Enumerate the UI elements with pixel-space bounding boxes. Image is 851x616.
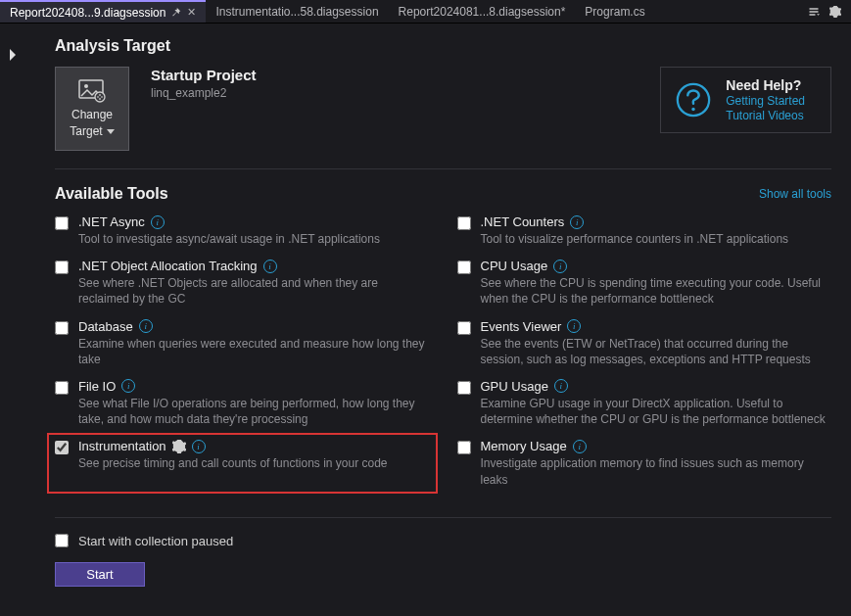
tool-title: GPU Usage (481, 379, 548, 394)
tab-instrumentation-58[interactable]: Instrumentatio...58.diagsession (206, 0, 388, 23)
tool-file-io: File IO i See what File I/O operations a… (55, 379, 430, 427)
info-icon[interactable]: i (139, 319, 153, 333)
tool-net-obj-alloc: .NET Object Allocation Tracking i See wh… (55, 259, 430, 307)
start-button[interactable]: Start (55, 562, 145, 587)
start-paused-label: Start with collection paused (78, 534, 233, 548)
separator (55, 517, 831, 518)
info-icon[interactable]: i (151, 215, 165, 229)
show-all-tools-link[interactable]: Show all tools (759, 187, 831, 201)
target-image-icon (78, 79, 106, 103)
info-icon[interactable]: i (570, 215, 584, 229)
tool-net-async-checkbox[interactable] (55, 216, 69, 230)
tool-database-checkbox[interactable] (55, 321, 69, 335)
available-tools-heading: Available Tools (55, 185, 168, 203)
tool-memory-usage: Memory Usage i Investigate application m… (457, 439, 832, 487)
info-icon[interactable]: i (573, 440, 587, 453)
info-icon[interactable]: i (121, 379, 135, 393)
chevron-down-icon (107, 129, 115, 134)
tab-program-cs[interactable]: Program.cs (575, 0, 654, 23)
tab-label: Report2024081...8.diagsession* (399, 5, 566, 19)
info-icon[interactable]: i (553, 260, 567, 273)
tool-memory-usage-checkbox[interactable] (457, 441, 471, 454)
analysis-target-heading: Analysis Target (55, 37, 831, 55)
tool-net-obj-alloc-checkbox[interactable] (55, 261, 69, 274)
svg-point-4 (692, 108, 695, 111)
tool-events-viewer-checkbox[interactable] (457, 321, 471, 335)
info-icon[interactable]: i (192, 440, 206, 453)
change-label: Change (71, 108, 113, 121)
project-name: linq_example2 (151, 86, 257, 100)
tools-grid: .NET Async i Tool to investigate async/a… (55, 214, 831, 488)
tab-label: Report202408...9.diagsession (10, 6, 165, 20)
tool-title: Memory Usage (481, 439, 567, 453)
close-icon[interactable]: ✕ (187, 6, 196, 19)
info-icon[interactable]: i (567, 319, 581, 333)
tool-cpu-usage-checkbox[interactable] (457, 261, 471, 274)
tab-overflow-controls (808, 6, 851, 18)
tool-instrumentation: Instrumentation i See precise timing and… (47, 433, 438, 493)
tool-desc: Examine when queries were executed and m… (78, 336, 430, 367)
help-title: Need Help? (726, 77, 805, 93)
analysis-target-row: Change Target Startup Project linq_examp… (55, 67, 831, 151)
tool-instrumentation-checkbox[interactable] (55, 441, 69, 454)
tool-title: .NET Async (78, 214, 145, 229)
help-icon (675, 81, 712, 118)
tool-title: CPU Usage (481, 259, 548, 273)
help-link-getting-started[interactable]: Getting Started (726, 94, 805, 108)
tab-overflow-icon[interactable] (808, 6, 820, 18)
tab-label: Instrumentatio...58.diagsession (215, 5, 378, 19)
gear-icon[interactable] (172, 440, 186, 453)
start-paused-row: Start with collection paused (55, 534, 831, 548)
tool-desc: Tool to investigate async/await usage in… (78, 231, 430, 247)
start-paused-checkbox[interactable] (55, 534, 69, 547)
tool-cpu-usage: CPU Usage i See where the CPU is spendin… (457, 259, 832, 307)
tool-net-async: .NET Async i Tool to investigate async/a… (55, 214, 430, 247)
tool-title: .NET Counters (481, 214, 565, 229)
tool-desc: See where .NET Objects are allocated and… (78, 275, 430, 307)
gear-icon[interactable] (829, 6, 841, 18)
help-text: Need Help? Getting Started Tutorial Vide… (726, 77, 805, 122)
chevron-right-icon[interactable] (8, 49, 18, 616)
tool-desc: See the events (ETW or NetTrace) that oc… (481, 336, 832, 367)
tools-header: Available Tools Show all tools (55, 185, 831, 203)
tool-file-io-checkbox[interactable] (55, 381, 69, 395)
tool-title: Instrumentation (78, 439, 166, 453)
svg-point-1 (84, 84, 88, 88)
tab-bar: Report202408...9.diagsession ✕ Instrumen… (0, 0, 851, 24)
tool-desc: See precise timing and call counts of fu… (78, 455, 430, 471)
project-title: Startup Project (151, 67, 257, 83)
change-target-button[interactable]: Change Target (55, 67, 129, 151)
pin-icon[interactable] (171, 7, 181, 19)
tool-net-counters: .NET Counters i Tool to visualize perfor… (457, 214, 832, 247)
target-label: Target (70, 124, 102, 138)
tool-database: Database i Examine when queries were exe… (55, 319, 430, 367)
tool-desc: Investigate application memory to find i… (481, 455, 832, 487)
tab-report-8[interactable]: Report2024081...8.diagsession* (389, 0, 576, 23)
svg-point-2 (95, 92, 105, 102)
tool-title: Database (78, 319, 133, 334)
left-gutter (0, 24, 25, 616)
help-link-tutorial-videos[interactable]: Tutorial Videos (726, 109, 805, 122)
tool-title: File IO (78, 379, 116, 394)
tool-desc: Tool to visualize performance counters i… (481, 231, 832, 247)
project-info: Startup Project linq_example2 (151, 67, 257, 100)
info-icon[interactable]: i (554, 379, 568, 393)
tool-net-counters-checkbox[interactable] (457, 216, 471, 230)
tool-events-viewer: Events Viewer i See the events (ETW or N… (457, 319, 832, 367)
tool-desc: See what File I/O operations are being p… (78, 396, 430, 427)
info-icon[interactable]: i (263, 260, 277, 273)
tool-gpu-usage-checkbox[interactable] (457, 381, 471, 395)
tab-report-9[interactable]: Report202408...9.diagsession ✕ (0, 0, 206, 23)
tool-desc: See where the CPU is spending time execu… (481, 275, 832, 307)
separator (55, 168, 831, 169)
tab-label: Program.cs (585, 5, 644, 19)
help-box: Need Help? Getting Started Tutorial Vide… (660, 67, 831, 133)
tool-gpu-usage: GPU Usage i Examine GPU usage in your Di… (457, 379, 832, 427)
tool-title: .NET Object Allocation Tracking (78, 259, 258, 273)
main-panel: Analysis Target Change Target Startup Pr… (25, 24, 851, 616)
tool-desc: Examine GPU usage in your DirectX applic… (481, 396, 832, 427)
tool-title: Events Viewer (481, 319, 562, 334)
